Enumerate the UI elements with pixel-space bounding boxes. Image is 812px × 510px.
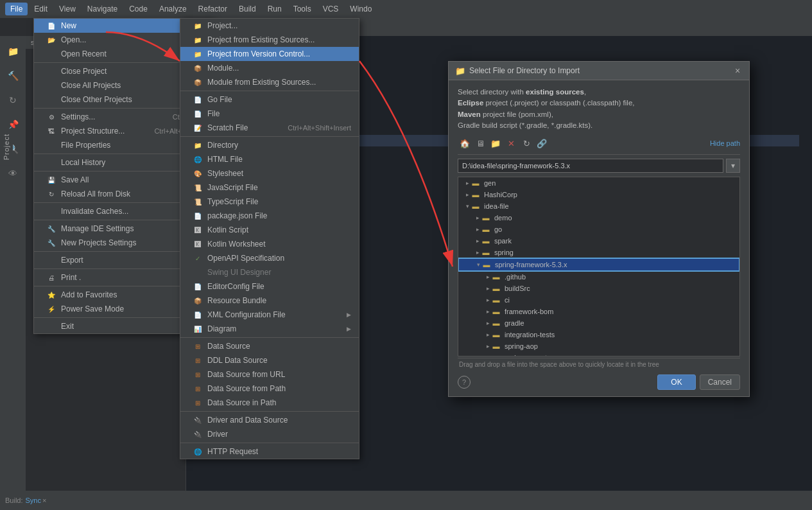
tree-spring[interactable]: ▸ ▬ spring (458, 247, 739, 258)
dialog-close-button[interactable]: × (732, 66, 743, 76)
tree-buildsrc[interactable]: ▸ ▬ buildSrc (458, 283, 739, 294)
sidebar-icon-folder[interactable]: 📁 (3, 41, 23, 62)
new-submenu-module-existing[interactable]: 📦 Module from Existing Sources... (180, 75, 359, 89)
toolbar-bookmark-btn[interactable]: 🔗 (535, 136, 549, 150)
tree-spring-aop[interactable]: ▸ ▬ spring-aop (458, 340, 739, 352)
ns-json-label: package.json File (207, 211, 267, 220)
recent-icon (47, 49, 56, 58)
menubar-edit[interactable]: Edit (29, 3, 53, 15)
toolbar-delete-btn[interactable]: ✕ (504, 136, 518, 150)
tree-gradle[interactable]: ▸ ▬ gradle (458, 317, 739, 329)
new-submenu-kotlin-worksheet[interactable]: 🅺 Kotlin Worksheet (180, 237, 359, 251)
sync-label[interactable]: Sync (26, 497, 41, 504)
new-submenu-ddl[interactable]: ⊞ DDL Data Source (180, 353, 359, 367)
tree-hashicorp[interactable]: ▸ ▬ HashiCorp (458, 189, 739, 200)
tree-demo[interactable]: ▸ ▬ demo (458, 212, 739, 224)
project-panel-tab[interactable]: Project (0, 128, 13, 165)
new-submenu-driver[interactable]: 🔌 Driver (180, 427, 359, 441)
build-label: Build: (5, 497, 23, 504)
tree-github[interactable]: ▸ ▬ .github (458, 271, 739, 283)
new-submenu-module[interactable]: 📦 Module... (180, 61, 359, 75)
new-submenu-directory[interactable]: 📁 Directory (180, 138, 359, 152)
menubar-window[interactable]: Windo (345, 3, 377, 15)
menubar-run[interactable]: Run (263, 3, 287, 15)
spring-arrow: ▸ (474, 249, 481, 256)
go-folder-icon: ▬ (481, 225, 490, 234)
ci-folder-icon: ▬ (492, 295, 501, 304)
sidebar-icon-refresh[interactable]: ↻ (3, 90, 23, 110)
new-submenu-html[interactable]: 🌐 HTML File (180, 152, 359, 166)
tree-framework-bom[interactable]: ▸ ▬ framework-bom (458, 306, 739, 317)
new-submenu-ds-in-path[interactable]: ⊞ Data Source in Path (180, 396, 359, 410)
tree-spring-framework[interactable]: ▾ ▬ spring-framework-5.3.x (458, 258, 739, 271)
new-submenu-kotlin-script[interactable]: 🅺 Kotlin Script (180, 223, 359, 237)
tree-idea-file[interactable]: ▾ ▬ idea-file (458, 200, 739, 212)
new-submenu-openapi[interactable]: ✓ OpenAPI Specification (180, 251, 359, 265)
new-submenu-ds-path[interactable]: ⊞ Data Source from Path (180, 382, 359, 396)
dialog-path-input[interactable] (458, 159, 723, 173)
new-submenu-stylesheet[interactable]: 🎨 Stylesheet (180, 166, 359, 180)
toolbar-home-btn[interactable]: 🏠 (458, 136, 472, 150)
new-submenu-js[interactable]: 📜 JavaScript File (180, 180, 359, 195)
menubar-refactor[interactable]: Refactor (193, 3, 232, 15)
tree-go[interactable]: ▸ ▬ go (458, 224, 739, 235)
menubar-vcs[interactable]: VCS (318, 3, 344, 15)
reload-icon: ↻ (47, 189, 56, 198)
toolbar-new-folder-btn[interactable]: 📁 (488, 136, 503, 150)
new-submenu-datasource[interactable]: ⊞ Data Source (180, 339, 359, 353)
ns-project-label: Project... (207, 21, 238, 30)
dialog-ok-button[interactable]: OK (657, 374, 695, 390)
new-submenu-http[interactable]: 🌐 HTTP Request (180, 444, 359, 459)
ns-kw-label: Kotlin Worksheet (207, 240, 266, 249)
dialog-help-button[interactable]: ? (458, 376, 471, 389)
aop-label: spring-aop (505, 342, 538, 350)
tree-ci[interactable]: ▸ ▬ ci (458, 294, 739, 306)
new-submenu-scratch[interactable]: 📝 Scratch File Ctrl+Alt+Shift+Insert (180, 121, 359, 135)
menubar-analyze[interactable]: Analyze (154, 3, 192, 15)
menubar-build[interactable]: Build (234, 3, 261, 15)
dialog-path-dropdown[interactable]: ▾ (726, 159, 740, 173)
menu-item-power-save-label: Power Save Mode (61, 304, 124, 313)
new-submenu-diagram[interactable]: 📊 Diagram ▶ (180, 322, 359, 336)
new-submenu-xml[interactable]: 📄 XML Configuration File ▶ (180, 308, 359, 322)
power-save-icon: ⚡ (47, 304, 56, 313)
menubar-file[interactable]: File (5, 3, 28, 15)
menubar-tools[interactable]: Tools (288, 3, 316, 15)
tree-integration-tests[interactable]: ▸ ▬ integration-tests (458, 329, 739, 340)
new-submenu-ts[interactable]: 📜 TypeScript File (180, 195, 359, 209)
sidebar-icon-eye[interactable]: 👁 (3, 163, 23, 184)
menubar-code[interactable]: Code (124, 3, 153, 15)
dialog-footer: ? OK Cancel (458, 371, 740, 390)
ci-label: ci (505, 296, 510, 304)
tree-spring-aspects[interactable]: ▸ ▬ spring-aspects (458, 352, 739, 356)
menubar-navigate[interactable]: Navigate (82, 3, 123, 15)
new-submenu-resource-bundle[interactable]: 📦 Resource Bundle (180, 294, 359, 308)
sync-close[interactable]: × (42, 497, 46, 504)
toolbar-refresh-btn[interactable]: ↻ (519, 136, 533, 150)
menu-item-add-favorites-label: Add to Favorites (61, 290, 117, 299)
dialog-file-tree[interactable]: ▸ ▬ gen ▸ ▬ HashiCorp ▾ ▬ idea-file (458, 177, 740, 356)
new-submenu-ds-url[interactable]: ⊞ Data Source from URL (180, 367, 359, 382)
tree-gen[interactable]: ▸ ▬ gen (458, 177, 739, 189)
it-folder-icon: ▬ (492, 330, 501, 339)
menubar-view[interactable]: View (54, 3, 81, 15)
new-submenu-project[interactable]: 📁 Project... (180, 19, 359, 33)
ns-existing-icon: 📁 (193, 35, 202, 44)
new-submenu-project-existing[interactable]: 📁 Project from Existing Sources... (180, 33, 359, 47)
ns-ds-in-path-label: Data Source in Path (207, 398, 276, 407)
new-submenu-file[interactable]: 📄 File (180, 107, 359, 121)
menu-item-close-project-label: Close Project (61, 67, 107, 76)
new-submenu-editorconfig[interactable]: 📄 EditorConfig File (180, 279, 359, 294)
toolbar-desktop-btn[interactable]: 🖥 (473, 136, 487, 150)
new-submenu-project-vcs[interactable]: 📁 Project from Version Control... (180, 47, 359, 61)
new-submenu-package-json[interactable]: 📄 package.json File (180, 209, 359, 223)
new-submenu-driver-ds[interactable]: 🔌 Driver and Data Source (180, 413, 359, 427)
hide-path-button[interactable]: Hide path (710, 139, 740, 147)
ns-file-icon: 📄 (193, 109, 202, 118)
tree-spark[interactable]: ▸ ▬ spark (458, 235, 739, 247)
new-submenu-go-file[interactable]: 📄 Go File (180, 92, 359, 107)
sidebar-icon-build[interactable]: 🔨 (3, 66, 23, 86)
dialog-cancel-button[interactable]: Cancel (700, 374, 740, 390)
ns-rb-icon: 📦 (193, 296, 202, 305)
new-icon: 📄 (47, 21, 56, 30)
